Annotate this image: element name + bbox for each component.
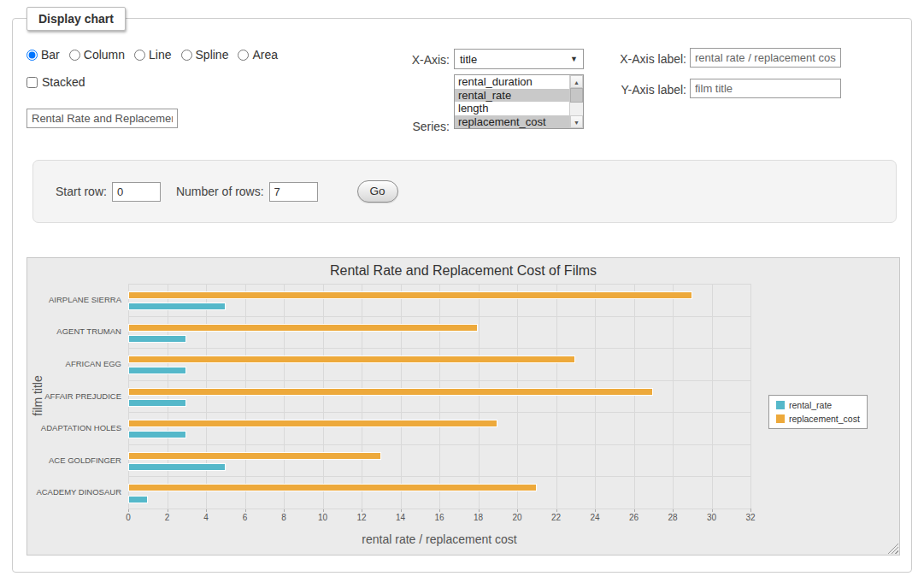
- scrollbar-down-icon[interactable]: ▼: [570, 115, 583, 128]
- x-tick-label: 22: [551, 513, 561, 522]
- series-option-length[interactable]: length: [455, 102, 569, 115]
- x-tick-label: 32: [745, 513, 755, 522]
- gridline-vertical: [168, 284, 168, 509]
- x-tick-label: 20: [512, 513, 521, 522]
- dropdown-arrow-icon: ▼: [570, 55, 578, 63]
- scrollbar-thumb[interactable]: [570, 88, 583, 103]
- x-axis-label-input[interactable]: [690, 48, 841, 68]
- x-axis-label-field-label: X-Axis label:: [599, 52, 686, 66]
- series-field-label: Series:: [390, 120, 450, 133]
- chart-type-label: Spline: [196, 48, 229, 62]
- chart-type-radio-spline[interactable]: [181, 50, 192, 61]
- gridline-vertical: [128, 284, 129, 509]
- series-options-list: rental_durationrental_ratelengthreplacem…: [455, 75, 569, 128]
- bar-replacement_cost[interactable]: [128, 420, 497, 427]
- chart-type-radio-area[interactable]: [238, 50, 249, 61]
- x-axis-select[interactable]: title ▼: [454, 49, 584, 69]
- gridline-horizontal: [128, 316, 750, 317]
- legend-swatch-icon: [776, 414, 785, 423]
- chart-title: Rental Rate and Replacement Cost of Film…: [27, 263, 899, 279]
- x-tick-label: 18: [474, 513, 483, 522]
- legend-item-rental_rate[interactable]: rental_rate: [776, 400, 860, 410]
- gridline-vertical: [439, 284, 440, 509]
- bar-rental_rate[interactable]: [128, 367, 186, 374]
- category-label: ACADEMY DINOSAUR: [27, 487, 121, 497]
- stacked-label: Stacked: [42, 75, 85, 89]
- chart-type-option-column: Column: [69, 48, 125, 62]
- chart-type-label: Line: [149, 48, 171, 62]
- gridline-vertical: [595, 284, 596, 509]
- chart-y-axis-title: film title: [31, 375, 44, 415]
- series-scrollbar[interactable]: ▲ ▼: [569, 75, 583, 128]
- legend-swatch-icon: [776, 401, 785, 409]
- chart-type-option-line: Line: [134, 48, 171, 62]
- chart-type-option-area: Area: [238, 48, 278, 62]
- category-label: AGENT TRUMAN: [27, 326, 121, 336]
- x-tick-label: 30: [707, 513, 716, 522]
- bar-replacement_cost[interactable]: [128, 452, 381, 460]
- rows-panel: Start row: Number of rows: Go: [32, 160, 897, 223]
- bar-rental_rate[interactable]: [128, 335, 186, 343]
- gridline-vertical: [206, 284, 207, 509]
- chart-type-label: Bar: [41, 48, 60, 62]
- gridline-vertical: [556, 284, 557, 509]
- gridline-vertical: [401, 284, 402, 509]
- gridline-vertical: [634, 284, 635, 509]
- bar-replacement_cost[interactable]: [128, 484, 537, 491]
- bar-replacement_cost[interactable]: [128, 324, 478, 332]
- series-option-rental_rate[interactable]: rental_rate: [455, 89, 569, 103]
- legend-label: replacement_cost: [789, 414, 860, 424]
- x-axis-select-value: title: [460, 53, 477, 66]
- x-tick-label: 2: [165, 513, 170, 522]
- bar-replacement_cost[interactable]: [128, 291, 692, 299]
- gridline-vertical: [362, 284, 362, 509]
- stacked-checkbox[interactable]: [26, 77, 38, 88]
- x-tick-label: 0: [126, 513, 131, 522]
- number-of-rows-label: Number of rows:: [176, 185, 264, 198]
- series-listbox[interactable]: rental_durationrental_ratelengthreplacem…: [454, 74, 584, 129]
- bar-replacement_cost[interactable]: [128, 356, 575, 363]
- bar-rental_rate[interactable]: [128, 431, 186, 438]
- legend-item-replacement_cost[interactable]: replacement_cost: [776, 414, 860, 424]
- scrollbar-up-icon[interactable]: ▲: [570, 75, 583, 88]
- display-chart-legend: Display chart: [26, 7, 126, 31]
- gridline-vertical: [323, 284, 324, 509]
- chart-type-option-bar: Bar: [26, 48, 60, 62]
- display-chart-fieldset: Display chart BarColumnLineSplineArea St…: [12, 18, 912, 573]
- gridline-horizontal: [128, 412, 750, 413]
- bar-rental_rate[interactable]: [128, 399, 186, 407]
- resize-handle-icon[interactable]: [887, 543, 898, 554]
- series-option-rental_duration[interactable]: rental_duration: [455, 75, 569, 89]
- x-tick-label: 10: [318, 513, 327, 522]
- gridline-vertical: [245, 284, 246, 509]
- start-row-input[interactable]: [112, 182, 161, 202]
- gridline-vertical: [284, 284, 285, 509]
- chart-type-radio-bar[interactable]: [26, 50, 38, 61]
- chart-title-input[interactable]: [26, 109, 178, 128]
- chart-type-label: Column: [84, 48, 125, 62]
- gridline-vertical: [673, 284, 674, 509]
- x-tick-label: 4: [203, 513, 209, 522]
- x-tick-label: 24: [590, 513, 599, 522]
- legend-label: rental_rate: [789, 400, 832, 410]
- chart-type-radio-group: BarColumnLineSplineArea: [26, 48, 278, 62]
- chart-type-radio-line[interactable]: [134, 50, 145, 61]
- x-tick-label: 26: [629, 513, 639, 522]
- gridline-horizontal: [128, 509, 750, 509]
- bar-replacement_cost[interactable]: [128, 388, 653, 396]
- category-label: ACE GOLDFINGER: [27, 456, 121, 465]
- y-axis-label-input[interactable]: [690, 79, 841, 98]
- x-axis-field-label: X-Axis:: [390, 53, 450, 67]
- x-tick-label: 14: [396, 513, 405, 522]
- go-button[interactable]: Go: [357, 180, 398, 203]
- bar-rental_rate[interactable]: [128, 496, 148, 503]
- category-label: ADAPTATION HOLES: [27, 423, 121, 432]
- axis-tick: [750, 509, 751, 512]
- series-option-replacement_cost[interactable]: replacement_cost: [455, 115, 569, 129]
- bar-rental_rate[interactable]: [128, 303, 226, 310]
- number-of-rows-input[interactable]: [269, 182, 318, 202]
- bar-rental_rate[interactable]: [128, 463, 226, 471]
- category-label: AIRPLANE SIERRA: [27, 295, 121, 304]
- chart-type-label: Area: [252, 48, 278, 62]
- chart-type-radio-column[interactable]: [69, 50, 80, 61]
